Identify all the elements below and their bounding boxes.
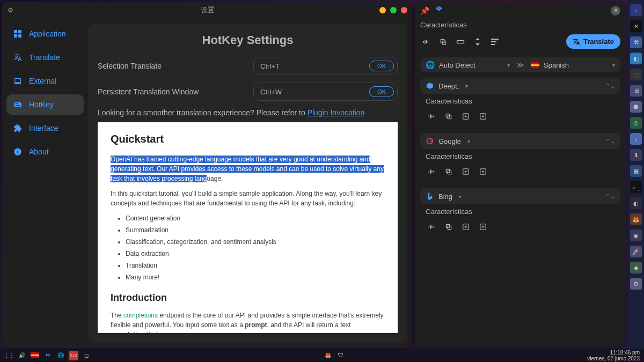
menu-icon[interactable]: ⋮⋮ [4, 351, 14, 360]
volume-icon[interactable]: 🔊 [17, 351, 27, 360]
doc-bullet[interactable]: Many more! [126, 272, 385, 282]
sidebar-item-translate[interactable]: Translate [6, 47, 84, 68]
svg-rect-17 [428, 41, 428, 42]
doc-bullet[interactable]: Content generation [126, 213, 385, 223]
dock-app-icon[interactable]: ▦ [630, 165, 642, 177]
swap-icon[interactable]: ≫ [516, 61, 524, 69]
add-icon[interactable] [477, 110, 489, 122]
hotkey-input[interactable] [260, 88, 369, 96]
net-badge[interactable]: 510 [69, 351, 78, 360]
audio-icon[interactable] [426, 221, 437, 233]
copy-icon[interactable] [443, 166, 455, 178]
collapse-icon[interactable]: ⌃⌄ [605, 193, 615, 200]
google-icon [426, 137, 434, 145]
audio-icon[interactable] [420, 36, 432, 48]
add-icon[interactable] [477, 221, 489, 233]
link-icon[interactable] [455, 36, 466, 48]
minimize-button[interactable] [379, 7, 386, 13]
svg-rect-2 [14, 34, 17, 38]
svg-rect-44 [433, 226, 434, 228]
dock-terminal-icon[interactable]: ＞_ [630, 181, 642, 193]
dock-app-icon[interactable]: ◆ [630, 262, 642, 274]
doc-bullet[interactable]: Summarization [126, 225, 385, 235]
sync-icon[interactable]: ⇆ [43, 351, 53, 360]
shield-tray-icon[interactable]: 🛡 [336, 351, 346, 360]
completions-link[interactable]: completions [123, 312, 158, 319]
audio-icon[interactable] [426, 166, 437, 178]
ok-button[interactable]: OK [369, 86, 394, 97]
svg-rect-16 [426, 40, 427, 43]
translate-button[interactable]: Translate [566, 34, 620, 49]
provider-header[interactable]: DeepL ▾ ⌃⌄ [420, 78, 620, 94]
copy-icon[interactable] [443, 110, 455, 122]
doc-paragraph[interactable]: The completions endpoint is the core of … [111, 311, 385, 333]
plugin-invocation-link[interactable]: Plugin Invocation [308, 108, 365, 117]
dock-settings-icon[interactable]: ⚙ [630, 278, 642, 290]
dock-app-icon[interactable]: ⬢ [630, 101, 642, 113]
collapse-icon[interactable] [472, 36, 484, 48]
spain-flag-icon[interactable] [30, 351, 40, 360]
sidebar-item-external[interactable]: External [6, 71, 84, 91]
dock-app-icon[interactable]: ✕ [630, 20, 642, 32]
collapse-icon[interactable]: ⌃⌄ [605, 138, 615, 145]
puzzle-icon [13, 123, 23, 133]
dock-app-icon[interactable]: ◉ [630, 230, 642, 241]
info-icon [13, 147, 23, 157]
setting-label: Selection Translate [98, 62, 253, 70]
doc-bullet[interactable]: Classification, categorization, and sent… [126, 237, 385, 247]
source-language-select[interactable]: 🌐 Auto Detect ▾ [426, 61, 510, 69]
sidebar: Application Translate External HotKey In… [2, 18, 88, 348]
chevron-down-icon: ▾ [507, 62, 510, 68]
dock-app-icon[interactable]: ◧ [630, 53, 642, 64]
sidebar-item-application[interactable]: Application [6, 24, 84, 44]
dock-music-icon[interactable]: ♪ [630, 133, 642, 145]
dock-app-icon[interactable]: ⬚ [630, 69, 642, 80]
hotkey-input[interactable] [260, 62, 369, 70]
doc-paragraph-highlighted[interactable]: OpenAI has trained cutting-edge language… [111, 154, 385, 183]
broadcast-icon[interactable] [435, 5, 443, 16]
sidebar-item-interface[interactable]: Interface [6, 118, 84, 138]
provider-header[interactable]: Bing ▾ ⌃⌄ [420, 188, 620, 204]
app-icon[interactable]: ◻ [82, 351, 91, 360]
copy-icon[interactable] [443, 221, 455, 233]
add-icon[interactable] [460, 166, 472, 178]
doc-bullet[interactable]: Translation [126, 261, 385, 270]
dock-download-icon[interactable]: ⬇ [630, 149, 642, 161]
add-icon[interactable] [460, 110, 472, 122]
sidebar-item-hotkey[interactable]: HotKey [6, 94, 84, 115]
close-icon[interactable]: ✕ [611, 6, 620, 16]
svg-rect-35 [431, 170, 432, 173]
dock-app-icon[interactable]: 🚀 [630, 246, 642, 257]
sidebar-item-about[interactable]: About [6, 142, 84, 162]
svg-rect-15 [425, 40, 425, 44]
dock-monitor-icon[interactable]: 🖥 [630, 85, 642, 97]
doc-bullet[interactable]: Data extraction [126, 249, 385, 258]
add-icon[interactable] [477, 166, 489, 178]
doc-paragraph[interactable]: In this quickstart tutorial, you'll buil… [111, 189, 385, 208]
globe-icon[interactable]: 🌐 [56, 351, 65, 360]
dock-arrow-icon[interactable]: ‹ [630, 4, 642, 16]
dock-app-icon[interactable]: ◎ [630, 117, 642, 129]
target-language-select[interactable]: Spanish ▾ [531, 61, 615, 69]
ok-button[interactable]: OK [369, 61, 394, 71]
dock-app-icon[interactable]: ◐ [630, 197, 642, 209]
dock-tools-icon[interactable]: 🛠 [630, 36, 642, 48]
provider-header[interactable]: Google ▾ ⌃⌄ [420, 133, 620, 149]
copy-icon[interactable] [437, 36, 449, 48]
dock-firefox-icon[interactable]: 🦊 [630, 213, 642, 225]
maximize-button[interactable] [390, 7, 397, 13]
collapse-icon[interactable]: ⌃⌄ [605, 83, 615, 90]
pin-icon[interactable]: 📌 [420, 6, 429, 15]
laptop-icon [13, 76, 23, 86]
add-icon[interactable] [460, 221, 472, 233]
firefox-tray-icon[interactable]: 🦊 [323, 351, 333, 360]
provider-deepl: DeepL ▾ ⌃⌄ Características [420, 78, 620, 129]
svg-point-12 [17, 150, 18, 151]
list-icon[interactable] [489, 36, 501, 48]
clock[interactable]: 11:18:46 pm viernes, 02 junio 2023 [587, 350, 640, 361]
chevron-down-icon: ▾ [465, 83, 468, 89]
audio-icon[interactable] [426, 110, 437, 122]
svg-rect-14 [423, 41, 424, 43]
close-button[interactable] [401, 7, 407, 13]
provider-google: Google ▾ ⌃⌄ Características [420, 133, 620, 184]
